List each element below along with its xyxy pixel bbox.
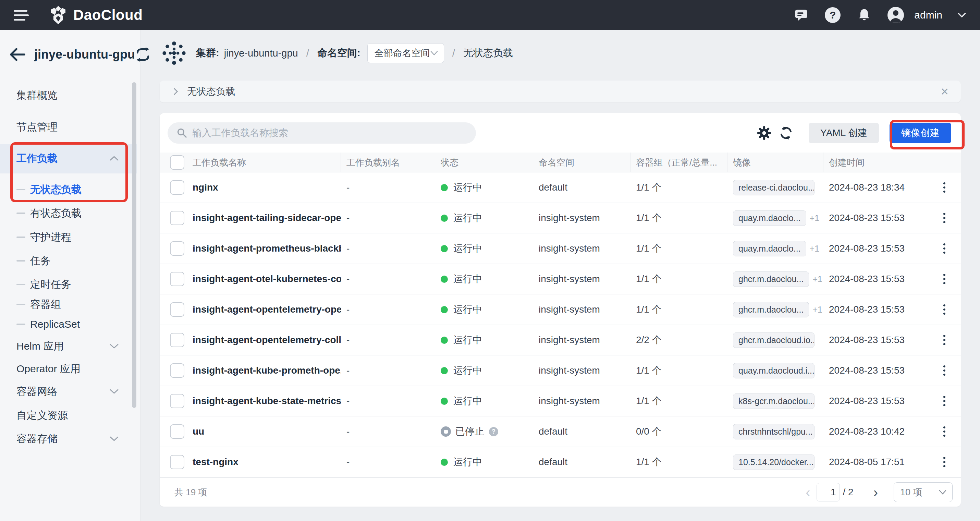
image-cell: 10.5.14.20/docker.... bbox=[727, 454, 823, 470]
kebab-menu-icon[interactable] bbox=[928, 182, 961, 193]
namespace-value: insight-system bbox=[533, 395, 630, 406]
workload-name[interactable]: insight-agent-kube-state-metrics bbox=[192, 395, 341, 406]
kebab-menu-icon[interactable] bbox=[928, 213, 961, 223]
prev-page-icon[interactable]: ‹ bbox=[806, 485, 810, 500]
pods-count: 1/1 个 bbox=[630, 456, 727, 468]
namespace-value: insight-system bbox=[533, 274, 630, 285]
page-total: / 2 bbox=[843, 487, 854, 498]
close-icon[interactable]: × bbox=[941, 85, 948, 98]
kebab-menu-icon[interactable] bbox=[928, 335, 961, 345]
sidebar-item-container-storage[interactable]: 容器存储 bbox=[0, 429, 137, 448]
chevron-right-icon[interactable] bbox=[172, 87, 180, 96]
row-checkbox[interactable] bbox=[170, 211, 185, 225]
sidebar-item-jobs[interactable]: 任务 bbox=[0, 251, 137, 271]
workload-name[interactable]: nginx bbox=[192, 182, 218, 193]
kebab-menu-icon[interactable] bbox=[928, 243, 961, 253]
pods-count: 2/2 个 bbox=[630, 333, 727, 347]
running-dot bbox=[441, 336, 448, 344]
gear-icon[interactable] bbox=[756, 125, 772, 141]
kebab-menu-icon[interactable] bbox=[928, 274, 961, 284]
sidebar-scrollbar[interactable] bbox=[132, 82, 136, 408]
workload-name[interactable]: insight-agent-opentelemetry-ope... bbox=[192, 304, 341, 315]
sidebar-item-label: 集群概览 bbox=[16, 88, 57, 102]
row-checkbox[interactable] bbox=[170, 333, 185, 347]
chat-icon[interactable] bbox=[793, 7, 809, 23]
col-created: 创建时间 bbox=[823, 153, 922, 172]
hamburger-icon[interactable] bbox=[14, 10, 29, 21]
help-icon[interactable]: ? bbox=[824, 7, 841, 23]
kebab-menu-icon[interactable] bbox=[928, 457, 961, 467]
status-label: 运行中 bbox=[453, 395, 482, 408]
row-checkbox[interactable] bbox=[170, 241, 185, 256]
select-all-checkbox[interactable] bbox=[170, 155, 185, 170]
status-cell: 运行中 bbox=[435, 395, 533, 408]
workload-table-card: 输入工作负载名称搜索 bbox=[160, 113, 961, 507]
actions-cell bbox=[922, 335, 961, 345]
kebab-menu-icon[interactable] bbox=[928, 396, 961, 406]
sidebar-item-container-network[interactable]: 容器网络 bbox=[0, 382, 137, 401]
kebab-menu-icon[interactable] bbox=[928, 426, 961, 437]
page-size-select[interactable]: 10 项 bbox=[894, 482, 953, 502]
image-chip: ghcr.m.daocloud.io... bbox=[733, 333, 815, 348]
row-checkbox[interactable] bbox=[170, 363, 185, 378]
username[interactable]: admin bbox=[914, 9, 942, 21]
workload-name[interactable]: insight-agent-kube-prometh-ope... bbox=[192, 365, 341, 376]
sidebar-item-deployments[interactable]: 无状态负载 bbox=[0, 180, 137, 199]
sidebar-item-pods[interactable]: 容器组 bbox=[0, 295, 137, 314]
sidebar-item-replicasets[interactable]: ReplicaSet bbox=[0, 315, 137, 334]
sidebar-item-cronjobs[interactable]: 定时任务 bbox=[0, 275, 137, 294]
workload-name[interactable]: insight-agent-prometheus-blackb... bbox=[192, 243, 341, 254]
question-icon[interactable]: ? bbox=[489, 427, 498, 437]
running-dot bbox=[441, 184, 448, 191]
sidebar-item-cluster-overview[interactable]: 集群概览 bbox=[0, 86, 137, 105]
next-page-icon[interactable]: › bbox=[873, 485, 878, 500]
dash-icon bbox=[16, 189, 25, 190]
main-content: 集群: jinye-ubuntu-gpu / 命名空间: 全部命名空间 / 无状… bbox=[140, 30, 980, 521]
chevron-down-icon bbox=[430, 50, 438, 56]
image-extra-count: +1 bbox=[810, 213, 819, 223]
col-status: 状态 bbox=[435, 153, 533, 172]
row-checkbox[interactable] bbox=[170, 424, 185, 439]
created-time: 2024-08-23 18:34 bbox=[823, 182, 922, 193]
bell-icon[interactable] bbox=[856, 7, 872, 23]
sidebar-item-helm-apps[interactable]: Helm 应用 bbox=[0, 336, 137, 356]
sidebar-item-daemonsets[interactable]: 守护进程 bbox=[0, 228, 137, 247]
sidebar-item-operator-apps[interactable]: Operator 应用 bbox=[0, 359, 137, 378]
image-chip: k8s-gcr.m.daoclou... bbox=[733, 394, 815, 409]
workload-name[interactable]: insight-agent-tailing-sidecar-ope... bbox=[192, 212, 341, 223]
yaml-create-button[interactable]: YAML 创建 bbox=[809, 123, 879, 143]
sidebar-item-workloads[interactable]: 工作负载 bbox=[0, 149, 137, 168]
row-checkbox[interactable] bbox=[170, 272, 185, 286]
row-checkbox[interactable] bbox=[170, 302, 185, 317]
page-input[interactable]: 1 bbox=[816, 483, 840, 502]
row-checkbox[interactable] bbox=[170, 394, 185, 408]
pods-count: 1/1 个 bbox=[630, 212, 727, 225]
image-create-button[interactable]: 镜像创建 bbox=[889, 123, 951, 143]
sidebar-item-node-management[interactable]: 节点管理 bbox=[0, 118, 137, 137]
sidebar-item-label: ReplicaSet bbox=[30, 319, 80, 330]
sidebar-item-label: 工作负载 bbox=[16, 151, 57, 166]
kebab-menu-icon[interactable] bbox=[928, 365, 961, 376]
image-chip: quay.m.daoclo... bbox=[733, 241, 806, 257]
search-input[interactable]: 输入工作负载名称搜索 bbox=[167, 123, 476, 143]
image-chip: ghcr.m.daoclou... bbox=[733, 271, 809, 287]
row-checkbox[interactable] bbox=[170, 180, 185, 195]
namespace-value: insight-system bbox=[533, 304, 630, 315]
row-checkbox[interactable] bbox=[170, 455, 185, 469]
sidebar-item-custom-resources[interactable]: 自定义资源 bbox=[0, 406, 137, 425]
avatar[interactable] bbox=[888, 7, 904, 23]
workload-name[interactable]: insight-agent-otel-kubernetes-co... bbox=[192, 274, 341, 285]
kebab-menu-icon[interactable] bbox=[928, 304, 961, 315]
created-time: 2024-08-05 17:51 bbox=[823, 457, 922, 467]
namespace-value: 全部命名空间 bbox=[374, 47, 430, 59]
workload-name[interactable]: uu bbox=[192, 426, 204, 437]
cluster-value[interactable]: jinye-ubuntu-gpu bbox=[224, 48, 298, 59]
workload-name[interactable]: test-nginx bbox=[192, 457, 239, 467]
daocloud-logo[interactable]: DaoCloud bbox=[49, 5, 143, 25]
user-chevron-down-icon[interactable] bbox=[958, 12, 966, 19]
namespace-value: default bbox=[533, 426, 630, 437]
refresh-icon[interactable] bbox=[778, 125, 794, 141]
sidebar-item-statefulsets[interactable]: 有状态负载 bbox=[0, 204, 137, 223]
workload-name[interactable]: insight-agent-opentelemetry-coll... bbox=[192, 335, 341, 346]
namespace-select[interactable]: 全部命名空间 bbox=[368, 43, 444, 63]
